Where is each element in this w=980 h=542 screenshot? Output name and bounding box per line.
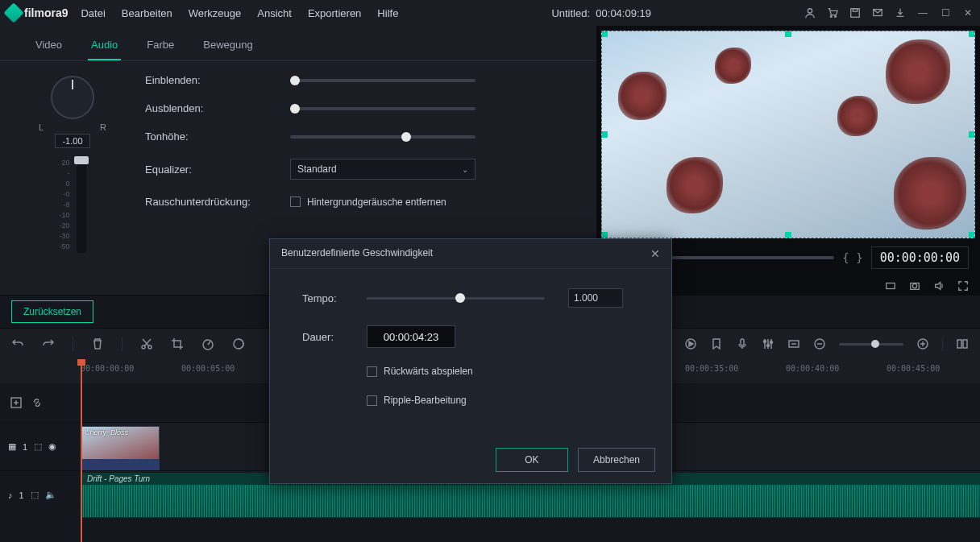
menu-help[interactable]: Hilfe: [377, 7, 398, 19]
film-icon: ▦: [8, 441, 16, 452]
markers-bracket[interactable]: { }: [842, 251, 862, 264]
svg-point-17: [770, 341, 773, 344]
ruler-mark: 00:00:40:00: [786, 364, 839, 373]
volume-icon[interactable]: [933, 280, 945, 292]
fullscreen-icon[interactable]: [957, 280, 969, 292]
speed-dialog: Benutzerdefinierte Geschwindigkeit ✕ Tem…: [269, 238, 672, 484]
save-icon[interactable]: [849, 7, 861, 19]
resize-handle[interactable]: [969, 131, 975, 138]
fadein-slider[interactable]: [290, 79, 475, 82]
eye-icon[interactable]: ◉: [48, 441, 56, 452]
link-icon[interactable]: [31, 396, 44, 409]
close-icon[interactable]: ✕: [650, 247, 660, 260]
reset-button[interactable]: Zurücksetzen: [11, 300, 93, 323]
balance-value[interactable]: -1.00: [55, 134, 90, 148]
lock-icon[interactable]: ⬚: [31, 490, 39, 500]
resize-handle[interactable]: [785, 232, 791, 238]
menu-file[interactable]: Datei: [81, 7, 105, 19]
undo-icon[interactable]: [11, 337, 24, 350]
tab-audio[interactable]: Audio: [88, 34, 121, 60]
quality-icon[interactable]: [885, 280, 896, 292]
pitch-slider[interactable]: [290, 135, 475, 139]
svg-rect-6: [887, 283, 895, 289]
maximize-button[interactable]: ☐: [940, 7, 951, 19]
track-index: 1: [19, 490, 24, 500]
eq-select[interactable]: Standard⌄: [290, 159, 475, 180]
volume-slider[interactable]: [77, 156, 86, 253]
denoise-chk-label: Hintergrundgeräusche entfernen: [307, 197, 446, 208]
download-icon[interactable]: [895, 7, 906, 19]
resize-handle[interactable]: [785, 31, 791, 37]
main-menu: Datei Bearbeiten Werkzeuge Ansicht Expor…: [81, 7, 398, 19]
clip-label: Cherry_Bloss: [85, 428, 128, 436]
ok-button[interactable]: OK: [496, 448, 568, 472]
svg-point-8: [912, 283, 916, 288]
menu-view[interactable]: Ansicht: [257, 7, 292, 19]
music-icon: ♪: [8, 490, 13, 500]
redo-icon[interactable]: [42, 337, 55, 350]
mute-icon[interactable]: 🔈: [45, 490, 56, 500]
tab-color[interactable]: Farbe: [143, 34, 177, 60]
menu-export[interactable]: Exportieren: [308, 7, 361, 19]
fit-icon[interactable]: [787, 337, 800, 350]
cancel-button[interactable]: Abbrechen: [578, 448, 655, 472]
reverse-checkbox[interactable]: [367, 366, 377, 377]
resize-handle[interactable]: [601, 31, 608, 37]
resize-handle[interactable]: [601, 131, 608, 138]
snapshot-icon[interactable]: [909, 280, 920, 292]
app-logo: filmora9: [6, 6, 68, 20]
resize-handle[interactable]: [969, 232, 975, 238]
preview-viewport[interactable]: [601, 31, 975, 238]
delete-icon[interactable]: [91, 337, 104, 350]
marker-icon[interactable]: [710, 337, 723, 350]
lock-icon[interactable]: ⬚: [34, 441, 42, 452]
fadeout-slider[interactable]: [290, 107, 475, 110]
chevron-down-icon: ⌄: [462, 165, 468, 174]
resize-handle[interactable]: [601, 232, 608, 238]
resize-handle[interactable]: [969, 31, 975, 37]
property-tabs: Video Audio Farbe Bewegung: [0, 26, 596, 61]
color-icon[interactable]: [232, 337, 245, 350]
close-button[interactable]: ✕: [962, 7, 974, 19]
fadeout-label: Ausblenden:: [145, 102, 290, 114]
ripple-checkbox[interactable]: [367, 395, 377, 406]
preview-timecode[interactable]: 00:00:00:00: [871, 246, 969, 269]
balance-l: L: [39, 122, 44, 132]
tab-video[interactable]: Video: [32, 34, 65, 60]
ruler-mark: 00:00:00:00: [81, 364, 134, 373]
tempo-input[interactable]: [568, 288, 623, 308]
message-icon[interactable]: [872, 7, 883, 19]
crop-icon[interactable]: [171, 337, 184, 350]
menu-tools[interactable]: Werkzeuge: [189, 7, 242, 19]
playhead[interactable]: [81, 359, 82, 542]
titlebar-actions: — ☐ ✕: [804, 7, 974, 19]
manage-tracks-icon[interactable]: [956, 337, 969, 350]
zoom-in-icon[interactable]: [916, 337, 929, 350]
reverse-label: Rückwärts abspielen: [384, 366, 473, 377]
zoom-slider[interactable]: [839, 343, 903, 345]
add-media-icon[interactable]: [10, 396, 23, 409]
duration-input[interactable]: [367, 325, 455, 348]
minimize-button[interactable]: —: [917, 7, 928, 19]
balance-knob[interactable]: [51, 76, 94, 119]
mixer-icon[interactable]: [762, 337, 774, 350]
user-icon[interactable]: [804, 7, 816, 19]
svg-rect-22: [963, 340, 967, 348]
tempo-slider[interactable]: [367, 297, 544, 300]
svg-point-16: [767, 345, 770, 347]
zoom-out-icon[interactable]: [813, 337, 826, 350]
duration-label: Dauer:: [302, 331, 367, 343]
logo-icon: [3, 2, 23, 23]
pitch-label: Tonhöhe:: [145, 130, 290, 143]
denoise-checkbox[interactable]: [290, 197, 301, 207]
balance-control: LR -1.00 20-0 -0-8-10 -20-30-50: [24, 69, 121, 253]
tab-motion[interactable]: Bewegung: [200, 34, 255, 60]
cut-icon[interactable]: [140, 337, 153, 350]
menu-edit[interactable]: Bearbeiten: [122, 7, 172, 19]
voiceover-icon[interactable]: [736, 337, 749, 350]
svg-point-1: [830, 16, 832, 18]
svg-point-2: [835, 16, 837, 18]
render-icon[interactable]: [684, 337, 697, 350]
speed-icon[interactable]: [201, 337, 214, 350]
cart-icon[interactable]: [827, 7, 838, 19]
